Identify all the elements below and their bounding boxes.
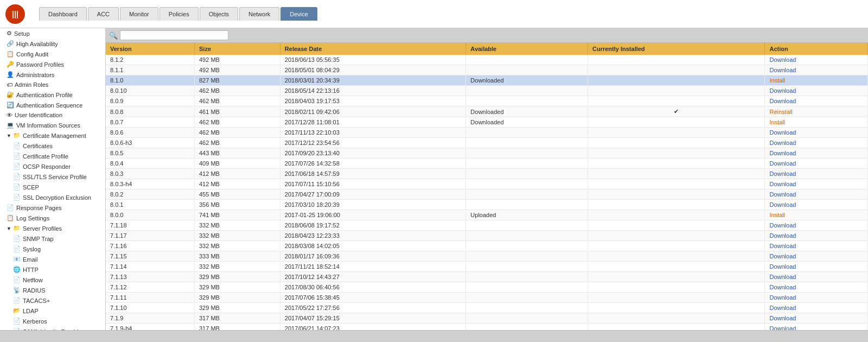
sidebar: ⚙ Setup🔗 High Availability📋 Config Audit… [0, 28, 106, 330]
action-link[interactable]: Download [769, 67, 796, 73]
cell-action[interactable]: Download [765, 231, 868, 241]
cell-action[interactable]: Install [765, 210, 868, 220]
sidebar-item-netflow[interactable]: 📄 Netflow [0, 275, 105, 285]
cell-action[interactable]: Download [765, 200, 868, 210]
action-link[interactable]: Download [769, 325, 796, 330]
cell-action[interactable]: Download [765, 86, 868, 96]
cell-action[interactable]: Download [765, 179, 868, 189]
action-link[interactable]: Download [769, 201, 796, 208]
table-row: 8.0.1 356 MB 2017/03/10 18:20:39 Downloa… [106, 200, 868, 210]
action-link[interactable]: Download [769, 56, 796, 63]
cell-action[interactable]: Download [765, 272, 868, 282]
action-link[interactable]: Download [769, 129, 796, 136]
sidebar-item-label: OCSP Responder [23, 163, 71, 170]
action-link[interactable]: Download [769, 191, 796, 198]
action-link[interactable]: Download [769, 222, 796, 229]
item-icon: 📄 [13, 245, 21, 252]
action-link[interactable]: Download [769, 305, 796, 311]
sidebar-item-certificates[interactable]: 📄 Certificates [0, 141, 105, 151]
sidebar-item-admin_roles[interactable]: 🏷 Admin Roles [0, 80, 105, 90]
sidebar-item-scep[interactable]: 📄 SCEP [0, 182, 105, 192]
table-row: 7.1.10 329 MB 2017/05/22 17:27:56 Downlo… [106, 303, 868, 313]
sidebar-item-ssl_decryption_exclusion[interactable]: 📄 SSL Decryption Exclusion [0, 192, 105, 202]
sidebar-item-email[interactable]: 📧 Email [0, 254, 105, 264]
action-link[interactable]: Download [769, 284, 796, 290]
sidebar-item-vm_information_sources[interactable]: 💻 VM Information Sources [0, 120, 105, 130]
sidebar-item-server_profiles[interactable]: ▼ 📁 Server Profiles [0, 223, 105, 233]
cell-action[interactable]: Download [765, 241, 868, 251]
action-link[interactable]: Install [769, 119, 785, 125]
cell-action[interactable]: Download [765, 138, 868, 148]
search-input[interactable] [120, 30, 228, 40]
sidebar-item-log_settings[interactable]: 📋 Log Settings [0, 213, 105, 223]
sidebar-item-snmp_trap[interactable]: 📄 SNMP Trap [0, 233, 105, 244]
nav-tab-monitor[interactable]: Monitor [120, 7, 158, 21]
cell-action[interactable]: Download [765, 303, 868, 313]
sidebar-item-kerberos[interactable]: 📄 Kerberos [0, 316, 105, 326]
sidebar-item-setup[interactable]: ⚙ Setup [0, 28, 105, 39]
cell-action[interactable]: Reinstall [765, 106, 868, 117]
action-link[interactable]: Download [769, 98, 796, 104]
sidebar-item-saml_identity_provider[interactable]: 📄 SAML Identity Provider [0, 326, 105, 330]
cell-action[interactable]: Download [765, 220, 868, 231]
action-link[interactable]: Download [769, 160, 796, 167]
sidebar-item-authentication_profile[interactable]: 🔐 Authentication Profile [0, 90, 105, 100]
sidebar-item-certificate_management[interactable]: ▼ 📁 Certificate Management [0, 130, 105, 141]
cell-action[interactable]: Download [765, 128, 868, 138]
sidebar-item-config_audit[interactable]: 📋 Config Audit [0, 49, 105, 59]
cell-action[interactable]: Download [765, 169, 868, 179]
cell-action[interactable]: Install [765, 75, 868, 86]
cell-action[interactable]: Download [765, 96, 868, 106]
action-link[interactable]: Download [769, 294, 796, 301]
sidebar-item-response_pages[interactable]: 📄 Response Pages [0, 202, 105, 213]
cell-action[interactable]: Download [765, 55, 868, 65]
action-link[interactable]: Install [769, 77, 785, 84]
nav-tab-policies[interactable]: Policies [159, 7, 199, 21]
action-link[interactable]: Download [769, 140, 796, 146]
sidebar-item-ldap[interactable]: 📂 LDAP [0, 306, 105, 316]
sidebar-item-high_availability[interactable]: 🔗 High Availability [0, 39, 105, 49]
cell-action[interactable]: Download [765, 313, 868, 324]
cell-action[interactable]: Download [765, 65, 868, 75]
action-link[interactable]: Download [769, 274, 796, 280]
nav-tab-network[interactable]: Network [239, 7, 279, 21]
nav-tab-acc[interactable]: ACC [88, 7, 119, 21]
action-link[interactable]: Download [769, 263, 796, 270]
sidebar-item-authentication_sequence[interactable]: 🔄 Authentication Sequence [0, 100, 105, 110]
action-link[interactable]: Download [769, 181, 796, 187]
cell-action[interactable]: Install [765, 117, 868, 128]
sidebar-group-label: Server Profiles [23, 225, 62, 232]
sidebar-item-password_profiles[interactable]: 🔑 Password Profiles [0, 59, 105, 69]
nav-tab-objects[interactable]: Objects [200, 7, 238, 21]
sidebar-item-administrators[interactable]: 👤 Administrators [0, 69, 105, 80]
sidebar-item-user_identification[interactable]: 👁 User Identification [0, 110, 105, 120]
action-link[interactable]: Download [769, 170, 796, 177]
action-link[interactable]: Download [769, 315, 796, 321]
action-link[interactable]: Install [769, 212, 785, 218]
action-link[interactable]: Download [769, 232, 796, 239]
action-link[interactable]: Download [769, 87, 796, 94]
action-link[interactable]: Download [769, 150, 796, 156]
sidebar-item-tacacs+[interactable]: 📄 TACACS+ [0, 295, 105, 306]
cell-action[interactable]: Download [765, 282, 868, 293]
col-action: Action [765, 43, 868, 55]
sidebar-item-syslog[interactable]: 📄 Syslog [0, 244, 105, 254]
cell-action[interactable]: Download [765, 293, 868, 303]
sidebar-item-radius[interactable]: 📡 RADIUS [0, 285, 105, 295]
sidebar-item-http[interactable]: 🌐 HTTP [0, 264, 105, 275]
nav-tab-dashboard[interactable]: Dashboard [39, 7, 87, 21]
cell-action[interactable]: Download [765, 324, 868, 331]
action-link[interactable]: Download [769, 253, 796, 259]
cell-version: 8.0.1 [106, 200, 194, 210]
cell-action[interactable]: Download [765, 262, 868, 272]
action-link[interactable]: Download [769, 243, 796, 249]
nav-tab-device[interactable]: Device [280, 7, 317, 21]
action-link[interactable]: Reinstall [769, 109, 792, 115]
cell-action[interactable]: Download [765, 189, 868, 200]
sidebar-item-ssl/tls_service_profile[interactable]: 📄 SSL/TLS Service Profile [0, 172, 105, 182]
cell-action[interactable]: Download [765, 251, 868, 262]
cell-action[interactable]: Download [765, 159, 868, 169]
cell-action[interactable]: Download [765, 148, 868, 159]
sidebar-item-certificate_profile[interactable]: 📄 Certificate Profile [0, 151, 105, 161]
sidebar-item-ocsp_responder[interactable]: 📄 OCSP Responder [0, 161, 105, 172]
